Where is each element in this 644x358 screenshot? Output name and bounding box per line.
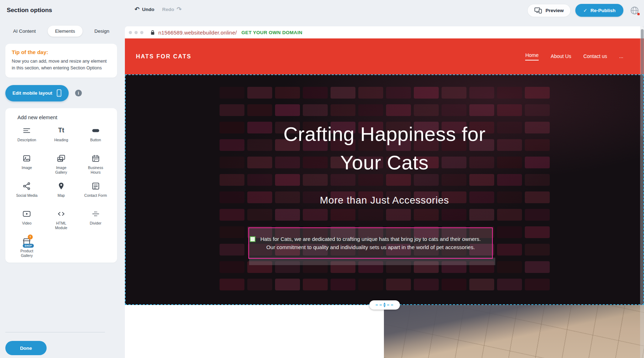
hero-tile bbox=[497, 104, 522, 116]
hero-tile bbox=[414, 104, 439, 116]
hero-tile bbox=[497, 226, 522, 238]
nav-contact-us[interactable]: Contact us bbox=[583, 53, 607, 60]
element-drag-handle[interactable] bbox=[250, 236, 255, 242]
selected-description-element[interactable]: Hats for Cats, we are dedicated to craft… bbox=[248, 227, 493, 259]
element-label: Product Gallery bbox=[15, 249, 38, 258]
done-button[interactable]: Done bbox=[5, 341, 47, 355]
redo-label: Redo bbox=[162, 7, 174, 12]
tab-elements[interactable]: Elements bbox=[48, 26, 83, 37]
hero-tile bbox=[220, 279, 244, 290]
element-label: Video bbox=[22, 221, 32, 226]
left-sidebar: AI Content Elements Design Tip of the da… bbox=[0, 21, 125, 358]
element-divider[interactable]: Divider bbox=[78, 209, 113, 231]
sidebar-divider bbox=[5, 332, 105, 332]
site-preview: HATS FOR CATS Home About Us Contact us .… bbox=[125, 38, 644, 358]
hero-tile bbox=[303, 87, 328, 99]
hero-tile bbox=[386, 279, 411, 290]
notification-dot bbox=[637, 13, 640, 15]
element-social-media[interactable]: Social Media bbox=[10, 181, 44, 204]
image-gallery-icon bbox=[57, 153, 66, 164]
redo-button[interactable]: Redo ↷ bbox=[162, 6, 182, 13]
undo-icon: ↶ bbox=[134, 6, 139, 13]
hero-tile bbox=[469, 87, 494, 99]
hero-section[interactable]: Crafting Happiness for Your Cats More th… bbox=[125, 74, 644, 305]
republish-button[interactable]: ✓ Re-Publish bbox=[575, 4, 623, 17]
info-icon[interactable]: i bbox=[75, 90, 82, 96]
hero-tile bbox=[497, 209, 522, 221]
product-gallery-icon: SHOP ↑ bbox=[21, 236, 32, 247]
element-button[interactable]: Button bbox=[78, 125, 113, 148]
element-html-module[interactable]: HTML Module bbox=[44, 209, 79, 231]
tip-body: Now you can add, move and resize any ele… bbox=[12, 58, 111, 72]
element-image[interactable]: Image bbox=[10, 153, 44, 176]
site-header: HATS FOR CATS Home About Us Contact us .… bbox=[125, 38, 644, 74]
hero-tile bbox=[220, 261, 244, 273]
add-element-title: Add new element bbox=[17, 115, 113, 120]
heading-icon: Tt bbox=[58, 125, 64, 136]
republish-label: Re-Publish bbox=[590, 8, 616, 13]
hero-title[interactable]: Crafting Happiness for Your Cats bbox=[125, 120, 644, 177]
app-topbar: Section options ↶ Undo Redo ↷ Preview ✓ … bbox=[0, 0, 644, 21]
hero-tile bbox=[331, 87, 355, 99]
devices-icon bbox=[534, 7, 542, 14]
element-product-gallery[interactable]: SHOP ↑ Product Gallery bbox=[10, 236, 44, 259]
get-domain-link[interactable]: GET YOUR OWN DOMAIN bbox=[242, 30, 302, 35]
divider-icon bbox=[91, 209, 100, 219]
nav-home[interactable]: Home bbox=[525, 52, 538, 60]
business-hours-icon bbox=[91, 153, 100, 164]
window-dot bbox=[140, 31, 143, 34]
element-map[interactable]: Map bbox=[44, 181, 79, 204]
element-label: Description bbox=[17, 138, 36, 142]
preview-label: Preview bbox=[545, 8, 564, 13]
shop-badge: SHOP bbox=[23, 244, 33, 248]
tab-design[interactable]: Design bbox=[91, 26, 113, 36]
window-dot bbox=[129, 31, 132, 34]
hero-tile bbox=[303, 279, 328, 290]
resize-dash bbox=[376, 305, 382, 305]
element-label: Contact Form bbox=[84, 193, 107, 198]
element-grid: Description Tt Heading Button Image bbox=[10, 125, 113, 259]
preview-button[interactable]: Preview bbox=[528, 4, 570, 17]
section-resize-handle[interactable]: ▲▼ bbox=[369, 300, 400, 310]
site-nav: Home About Us Contact us ... bbox=[525, 52, 623, 60]
undo-label: Undo bbox=[142, 7, 154, 12]
element-video[interactable]: Video bbox=[10, 209, 44, 231]
contact-form-icon bbox=[91, 181, 100, 191]
image-icon bbox=[22, 153, 31, 164]
hero-tile bbox=[220, 226, 244, 238]
hero-tile bbox=[220, 104, 244, 116]
social-media-icon bbox=[22, 181, 31, 191]
hero-tile bbox=[358, 209, 383, 221]
hero-tile bbox=[469, 279, 494, 290]
element-label: HTML Module bbox=[50, 221, 73, 230]
hero-tile bbox=[525, 104, 550, 116]
language-globe-button[interactable] bbox=[628, 4, 640, 16]
hero-tile bbox=[414, 87, 439, 99]
edit-mobile-layout-button[interactable]: Edit mobile layout bbox=[5, 85, 69, 101]
next-section[interactable] bbox=[125, 305, 644, 358]
tab-ai-content[interactable]: AI Content bbox=[10, 26, 39, 36]
html-module-icon bbox=[57, 209, 66, 219]
undo-button[interactable]: ↶ Undo bbox=[134, 6, 154, 13]
element-heading[interactable]: Tt Heading bbox=[44, 125, 79, 148]
site-logo[interactable]: HATS FOR CATS bbox=[136, 53, 191, 60]
element-business-hours[interactable]: Business Hours bbox=[78, 153, 113, 176]
hero-tile bbox=[247, 87, 272, 99]
hero-tile bbox=[525, 226, 550, 238]
hero-title-line1: Crafting Happiness for bbox=[125, 120, 644, 148]
window-dot bbox=[134, 31, 138, 34]
topbar-actions: Preview ✓ Re-Publish bbox=[528, 4, 640, 17]
hero-subtitle[interactable]: More than Just Accessories bbox=[125, 195, 644, 206]
element-description[interactable]: Description bbox=[10, 125, 44, 148]
hero-tile bbox=[331, 104, 355, 116]
element-image-gallery[interactable]: Image Gallery bbox=[44, 153, 79, 176]
hero-tile bbox=[358, 87, 383, 99]
element-label: Image bbox=[22, 165, 32, 170]
nav-more[interactable]: ... bbox=[619, 53, 623, 60]
element-label: Heading bbox=[54, 138, 68, 142]
upgrade-badge-icon: ↑ bbox=[28, 235, 33, 239]
element-label: Button bbox=[90, 138, 101, 142]
hero-tile bbox=[497, 87, 522, 99]
nav-about-us[interactable]: About Us bbox=[551, 53, 571, 60]
element-contact-form[interactable]: Contact Form bbox=[78, 181, 113, 204]
